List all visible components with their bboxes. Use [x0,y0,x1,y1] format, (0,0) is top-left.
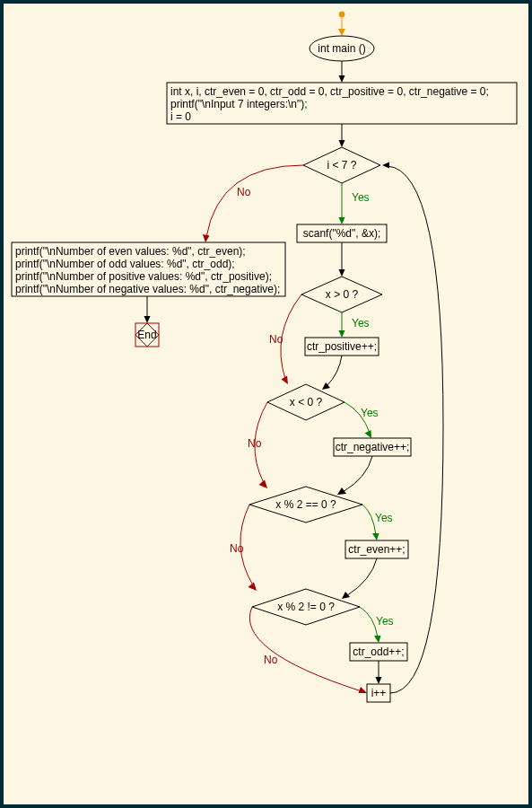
pos-yes-label: Yes [352,317,370,329]
out-l1: printf("\nNumber of even values: %d", ct… [15,245,246,258]
node-main-label: int main () [318,42,365,55]
svg-marker-12 [203,234,210,242]
entry-marker [338,12,345,36]
even-yes-label: Yes [375,512,393,524]
svg-marker-8 [339,140,345,147]
incr-label: i++ [371,687,387,699]
neg-yes-label: Yes [361,407,379,419]
edge-out-end [144,296,151,323]
svg-marker-42 [376,677,382,684]
svg-marker-11 [339,217,345,224]
edge-ctrneg-merge [337,456,372,495]
cond-pos-label: x > 0 ? [326,288,359,301]
loop-no-label: No [237,186,251,198]
edge-pos-no: No [269,294,301,384]
cond-odd-label: x % 2 != 0 ? [277,601,335,613]
edge-loop-yes: Yes [339,183,370,224]
node-ctrneg: ctr_negative++; [334,438,411,456]
edge-loopback [382,162,443,694]
even-no-label: No [230,542,244,555]
cond-even-label: x % 2 == 0 ? [275,498,336,511]
svg-marker-33 [372,533,379,540]
edge-odd-yes: Yes [360,607,394,643]
decl-line2: printf("\nInput 7 integers:\n"); [170,98,308,110]
edge-pos-yes: Yes [339,312,370,338]
edge-ctrodd-merge [376,661,382,684]
edge-neg-yes: Yes [344,402,379,438]
svg-marker-19 [144,316,151,323]
node-cond-even: x % 2 == 0 ? [249,487,362,523]
node-cond-odd: x % 2 != 0 ? [252,589,360,625]
node-end: End [135,323,159,347]
ctreven-label: ctr_even++; [348,543,405,556]
node-main: int main () [310,36,374,61]
ctrodd-label: ctr_odd++; [353,646,404,658]
neg-no-label: No [248,437,262,450]
scanf-label: scanf("%d", &x); [303,227,381,240]
end-label: End [137,329,156,341]
edge-even-yes: Yes [362,505,393,540]
decl-line1: int x, i, ctr_even = 0, ctr_odd = 0, ctr… [170,85,489,98]
svg-marker-44 [382,162,389,169]
node-ctreven: ctr_even++; [345,540,408,558]
odd-yes-label: Yes [376,615,394,628]
cond-loop-label: i < 7 ? [327,159,356,171]
edge-ctreven-merge [342,558,377,599]
svg-marker-16 [339,269,345,277]
decl-line3: i = 0 [170,110,191,123]
ctrpos-label: ctr_positive++; [307,340,377,353]
node-incr: i++ [367,684,390,702]
out-l4: printf("\nNumber of negative values: %d"… [15,283,280,295]
ctrneg-label: ctr_negative++; [336,441,410,453]
node-output: printf("\nNumber of even values: %d", ct… [12,242,285,296]
cond-neg-label: x < 0 ? [290,396,323,408]
svg-marker-38 [374,636,381,643]
node-decl: int x, i, ctr_even = 0, ctr_odd = 0, ctr… [167,83,517,124]
node-cond-neg: x < 0 ? [267,384,344,420]
edge-ctrpos-merge [322,356,342,390]
edge-scanf-cond2 [339,242,345,277]
out-l2: printf("\nNumber of odd values: %d", ctr… [15,258,235,270]
node-ctrodd: ctr_odd++; [350,643,407,661]
node-ctrpos: ctr_positive++; [305,338,379,356]
flowchart-svg: int main () int x, i, ctr_even = 0, ctr_… [4,4,528,804]
node-scanf: scanf("%d", &x); [297,224,387,242]
odd-no-label: No [264,654,278,666]
node-cond-pos: x > 0 ? [301,277,382,312]
svg-point-0 [339,12,344,17]
svg-marker-40 [359,687,368,693]
edge-loop-no: No [203,165,303,242]
edge-main-decl [339,61,345,83]
edge-even-no: No [230,505,257,591]
svg-marker-2 [338,29,345,36]
svg-marker-5 [339,75,345,83]
svg-marker-23 [339,330,345,338]
svg-marker-36 [342,592,350,599]
pos-no-label: No [269,333,283,346]
edge-neg-no: No [248,402,267,488]
edge-odd-no: No [249,607,367,693]
edge-decl-cond1 [339,124,345,147]
svg-marker-28 [365,430,372,438]
loop-yes-label: Yes [352,191,370,204]
flowchart-canvas: int main () int x, i, ctr_even = 0, ctr_… [4,4,528,804]
node-cond-loop: i < 7 ? [303,147,380,183]
out-l3: printf("\nNumber of positive values: %d"… [15,270,272,283]
